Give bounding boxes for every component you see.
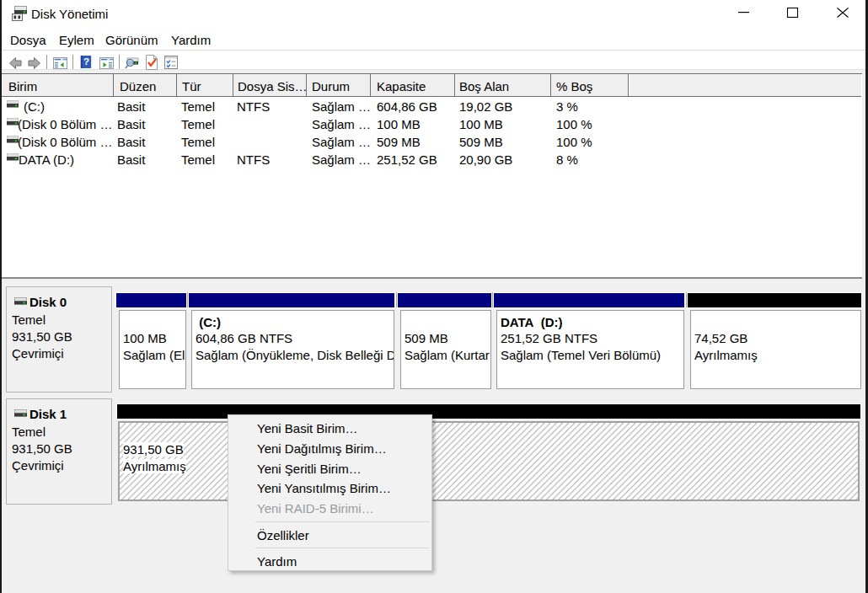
svg-text:?: ? [83,56,89,67]
